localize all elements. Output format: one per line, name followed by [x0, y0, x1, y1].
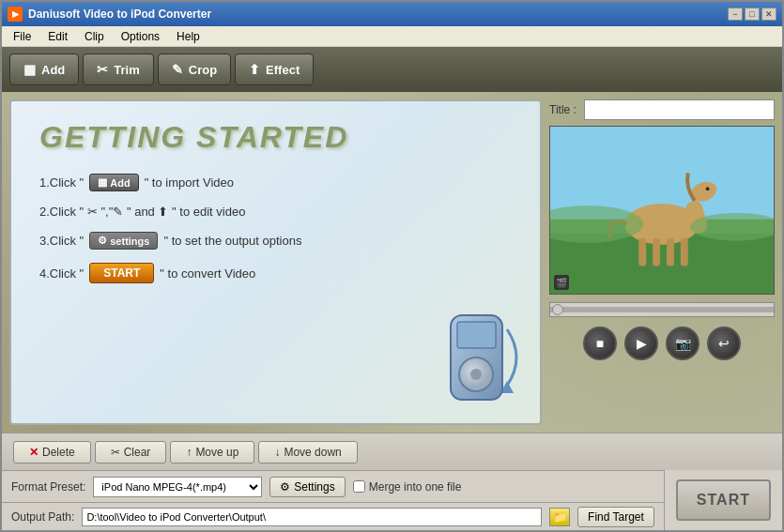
add-icon: ▦ — [23, 62, 36, 77]
settings-label: Settings — [294, 480, 334, 494]
seek-thumb[interactable] — [552, 304, 563, 315]
merge-checkbox[interactable] — [353, 480, 365, 493]
getting-started-title: GETTING STARTED — [39, 120, 348, 155]
step1-add-icon: ▦ — [98, 176, 107, 189]
maximize-button[interactable]: □ — [745, 8, 760, 21]
step1-before: 1.Click " — [39, 175, 84, 190]
effect-label: Effect — [266, 63, 300, 77]
preview-area: 🎬 — [549, 126, 775, 295]
move-up-label: Move up — [195, 446, 238, 459]
play-icon: ▶ — [637, 336, 647, 351]
trim-icon: ✂ — [97, 62, 108, 77]
title-bar: ▶ Daniusoft Video to iPod Converter − □ … — [2, 2, 782, 26]
step-4: 4.Click " START " to convert Video — [39, 263, 255, 283]
step4-before: 4.Click " — [39, 266, 84, 281]
start-button[interactable]: START — [676, 479, 771, 521]
options-bar: Format Preset: iPod Nano MPEG-4(*.mp4) ⚙… — [2, 470, 664, 502]
ipod-svg — [437, 311, 530, 414]
step1-add-btn: ▦ Add — [89, 174, 138, 191]
start-label: START — [697, 492, 750, 509]
effect-button[interactable]: ⬆ Effect — [235, 53, 314, 85]
window-title: Daniusoft Video to iPod Converter — [28, 8, 211, 21]
step3-after: " to set the output options — [163, 234, 301, 248]
bottom-left: Format Preset: iPod Nano MPEG-4(*.mp4) ⚙… — [2, 470, 664, 530]
controls-row: ■ ▶ 📷 ↩ — [549, 327, 775, 360]
svg-rect-2 — [457, 322, 496, 348]
find-target-button[interactable]: Find Target — [577, 507, 654, 527]
svg-rect-12 — [653, 238, 660, 266]
preview-overlay-icon: 🎬 — [554, 275, 569, 290]
seek-track — [550, 307, 774, 312]
seek-bar[interactable] — [549, 302, 775, 317]
action-bar: ✕ Delete ✂ Clear ↑ Move up ↓ Move down — [2, 433, 782, 470]
output-bar: Output Path: 📁 Find Target — [2, 502, 664, 530]
svg-point-15 — [706, 187, 710, 190]
title-bar-left: ▶ Daniusoft Video to iPod Converter — [8, 7, 211, 22]
step1-after: " to import Video — [145, 175, 234, 190]
left-panel: GETTING STARTED 1.Click " ▦ Add " to imp… — [9, 99, 542, 425]
menu-help[interactable]: Help — [169, 28, 208, 45]
move-down-icon: ↓ — [274, 446, 280, 459]
snapshot-button[interactable]: 📷 — [666, 327, 699, 360]
browse-folder-button[interactable]: 📁 — [549, 508, 570, 526]
merge-label: Merge into one file — [369, 480, 462, 494]
stop-icon: ■ — [596, 336, 604, 351]
step2-text: 2.Click " ✂ ","✎ " and ⬆ " to edit video — [39, 205, 245, 219]
title-input[interactable] — [584, 99, 775, 120]
ipod-decoration — [437, 311, 521, 404]
menu-clip[interactable]: Clip — [77, 28, 112, 45]
merge-checkbox-container: Merge into one file — [353, 480, 462, 494]
menu-options[interactable]: Options — [114, 28, 167, 45]
crop-label: Crop — [189, 63, 217, 77]
svg-point-4 — [470, 369, 482, 380]
step-1: 1.Click " ▦ Add " to import Video — [39, 174, 234, 191]
step4-start-btn: START — [89, 263, 154, 283]
bottom-right: START — [664, 470, 782, 530]
play-button[interactable]: ▶ — [624, 327, 658, 360]
settings-gear-icon: ⚙ — [280, 480, 290, 494]
menu-file[interactable]: File — [6, 28, 38, 45]
clear-label: Clear — [124, 446, 151, 459]
stop-button[interactable]: ■ — [583, 327, 617, 360]
settings-button[interactable]: ⚙ Settings — [269, 477, 345, 497]
output-path-input[interactable] — [82, 508, 542, 526]
step-3: 3.Click " ⚙ settings " to set the output… — [39, 232, 301, 250]
bottom-combined: Format Preset: iPod Nano MPEG-4(*.mp4) ⚙… — [2, 470, 782, 530]
crop-icon: ✎ — [172, 62, 183, 77]
menu-bar: File Edit Clip Options Help — [2, 26, 782, 47]
output-path-label: Output Path: — [11, 510, 74, 524]
move-up-button[interactable]: ↑ Move up — [170, 441, 254, 464]
menu-edit[interactable]: Edit — [40, 28, 75, 45]
title-controls: − □ ✕ — [728, 8, 776, 21]
clear-icon: ✂ — [111, 446, 120, 459]
format-preset-label: Format Preset: — [11, 480, 85, 494]
effect-icon: ⬆ — [249, 62, 260, 77]
step3-before: 3.Click " — [39, 234, 84, 248]
close-button[interactable]: ✕ — [761, 8, 776, 21]
step3-settings-btn: ⚙ settings — [89, 232, 158, 250]
gear-icon: ⚙ — [98, 235, 107, 247]
add-button[interactable]: ▦ Add — [9, 53, 79, 85]
folder-icon: 📁 — [553, 510, 567, 524]
delete-icon: ✕ — [29, 446, 38, 459]
title-row: Title : — [549, 99, 775, 120]
find-target-label: Find Target — [588, 510, 644, 524]
step4-after: " to convert Video — [160, 266, 255, 281]
crop-button[interactable]: ✎ Crop — [158, 53, 231, 85]
toolbar: ▦ Add ✂ Trim ✎ Crop ⬆ Effect — [2, 47, 782, 92]
clear-button[interactable]: ✂ Clear — [95, 441, 167, 464]
rewind-button[interactable]: ↩ — [707, 327, 741, 360]
minimize-button[interactable]: − — [728, 8, 743, 21]
title-label: Title : — [549, 103, 576, 116]
delete-button[interactable]: ✕ Delete — [13, 441, 91, 464]
format-select[interactable]: iPod Nano MPEG-4(*.mp4) — [93, 477, 262, 497]
move-down-button[interactable]: ↓ Move down — [258, 441, 357, 464]
svg-rect-13 — [667, 238, 674, 266]
main-content: GETTING STARTED 1.Click " ▦ Add " to imp… — [2, 92, 782, 433]
step-2: 2.Click " ✂ ","✎ " and ⬆ " to edit video — [39, 205, 245, 219]
rewind-icon: ↩ — [718, 336, 730, 351]
add-label: Add — [41, 63, 65, 77]
delete-label: Delete — [42, 446, 75, 459]
svg-rect-11 — [638, 238, 646, 266]
trim-button[interactable]: ✂ Trim — [83, 53, 153, 85]
